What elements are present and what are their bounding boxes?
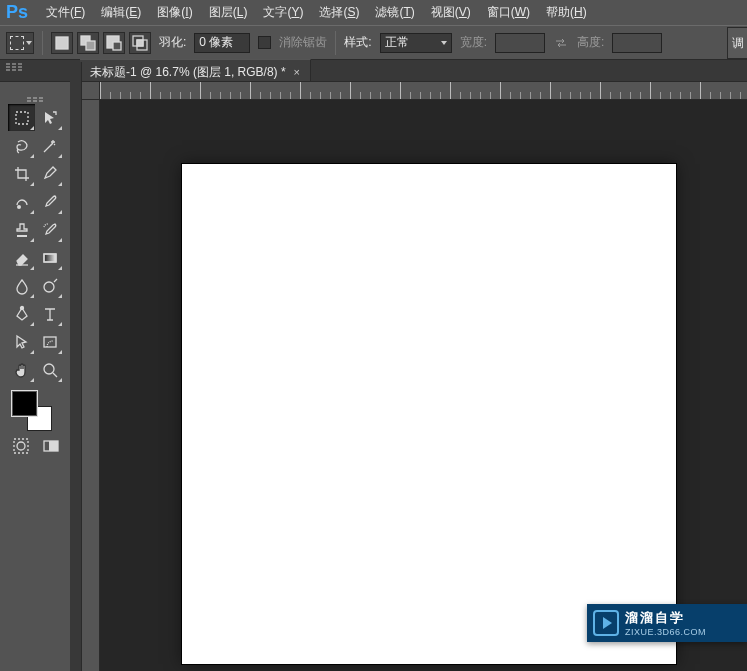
eraser-tool[interactable] — [8, 244, 35, 271]
menu-v[interactable]: 视图(V) — [423, 1, 479, 24]
divider — [42, 31, 43, 55]
divider — [335, 31, 336, 55]
options-bar: 羽化: 消除锯齿 样式: 正常 宽度: 高度: — [0, 26, 747, 60]
lasso-tool[interactable] — [8, 132, 35, 159]
antialias-label: 消除锯齿 — [279, 34, 327, 51]
spot-heal-tool[interactable] — [8, 188, 35, 215]
menu-f[interactable]: 文件(F) — [38, 1, 93, 24]
gradient-tool[interactable] — [36, 244, 63, 271]
width-input — [495, 33, 545, 53]
style-select[interactable]: 正常 — [380, 33, 452, 53]
app-logo: Ps — [2, 1, 32, 25]
ruler-vertical[interactable] — [82, 100, 100, 671]
dodge-tool[interactable] — [36, 272, 63, 299]
magic-wand-tool[interactable] — [36, 132, 63, 159]
menu-bar: Ps 文件(F)编辑(E)图像(I)图层(L)文字(Y)选择(S)滤镜(T)视图… — [0, 0, 747, 26]
ruler-horizontal[interactable] — [100, 82, 747, 100]
tools-column — [0, 82, 70, 671]
shape-tool[interactable] — [36, 328, 63, 355]
close-icon[interactable]: × — [294, 66, 300, 78]
svg-rect-10 — [44, 254, 56, 262]
panel-grip[interactable] — [0, 62, 80, 72]
zoom-tool[interactable] — [36, 356, 63, 383]
svg-point-9 — [17, 205, 21, 209]
watermark-badge: 溜溜自学 ZIXUE.3D66.COM — [587, 604, 747, 642]
svg-rect-0 — [56, 37, 68, 49]
menu-t[interactable]: 滤镜(T) — [367, 1, 422, 24]
path-select-tool[interactable] — [8, 328, 35, 355]
svg-rect-2 — [86, 41, 95, 50]
antialias-checkbox[interactable] — [258, 36, 271, 49]
svg-point-13 — [20, 306, 23, 309]
height-input — [612, 33, 662, 53]
width-label: 宽度: — [460, 34, 487, 51]
tools-panel — [6, 88, 64, 459]
blur-tool[interactable] — [8, 272, 35, 299]
selection-intersect-button[interactable] — [129, 32, 151, 54]
hand-tool[interactable] — [8, 356, 35, 383]
svg-rect-4 — [113, 42, 121, 50]
marquee-tool[interactable] — [8, 104, 35, 131]
selection-mode-group — [51, 32, 151, 54]
adjust-edge-button[interactable]: 调 — [727, 27, 747, 59]
eyedropper-tool[interactable] — [36, 160, 63, 187]
menu-y[interactable]: 文字(Y) — [255, 1, 311, 24]
svg-point-15 — [44, 364, 54, 374]
feather-label: 羽化: — [159, 34, 186, 51]
swap-dims-icon[interactable] — [553, 35, 569, 51]
selection-subtract-button[interactable] — [103, 32, 125, 54]
menu-l[interactable]: 图层(L) — [201, 1, 256, 24]
stamp-tool[interactable] — [8, 216, 35, 243]
foreground-color-swatch[interactable] — [12, 391, 37, 416]
history-brush-tool[interactable] — [36, 216, 63, 243]
svg-rect-7 — [137, 40, 143, 46]
crop-tool[interactable] — [8, 160, 35, 187]
watermark-sub: ZIXUE.3D66.COM — [625, 627, 706, 637]
color-swatches[interactable] — [12, 391, 52, 431]
play-icon — [593, 610, 619, 636]
svg-point-12 — [44, 282, 54, 292]
screen-mode-icon[interactable] — [42, 437, 60, 459]
menu-s[interactable]: 选择(S) — [311, 1, 367, 24]
menu-e[interactable]: 编辑(E) — [93, 1, 149, 24]
style-value: 正常 — [385, 34, 409, 51]
svg-rect-19 — [49, 441, 58, 451]
marquee-icon — [10, 36, 24, 50]
chevron-down-icon — [441, 41, 447, 45]
canvas-area: 溜溜自学 ZIXUE.3D66.COM — [82, 82, 747, 671]
watermark-brand: 溜溜自学 — [625, 609, 706, 627]
document-tab-title: 未标题-1 @ 16.7% (图层 1, RGB/8) * — [90, 64, 286, 81]
type-tool[interactable] — [36, 300, 63, 327]
style-label: 样式: — [344, 34, 371, 51]
pen-tool[interactable] — [8, 300, 35, 327]
panel-grip[interactable] — [6, 94, 64, 102]
svg-point-17 — [17, 442, 25, 450]
svg-rect-16 — [14, 439, 28, 453]
document-tab-bar: 未标题-1 @ 16.7% (图层 1, RGB/8) * × — [0, 60, 747, 82]
menu-w[interactable]: 窗口(W) — [479, 1, 538, 24]
move-tool[interactable] — [36, 104, 63, 131]
document-tab[interactable]: 未标题-1 @ 16.7% (图层 1, RGB/8) * × — [80, 59, 311, 81]
quick-mask-icon[interactable] — [12, 437, 30, 459]
collapsed-panel-strip[interactable] — [70, 62, 82, 671]
chevron-down-icon — [26, 41, 32, 45]
svg-rect-8 — [16, 112, 28, 124]
height-label: 高度: — [577, 34, 604, 51]
brush-tool[interactable] — [36, 188, 63, 215]
feather-input[interactable] — [194, 33, 250, 53]
menu-i[interactable]: 图像(I) — [149, 1, 200, 24]
selection-add-button[interactable] — [77, 32, 99, 54]
menu-h[interactable]: 帮助(H) — [538, 1, 595, 24]
tool-preset-picker[interactable] — [6, 32, 34, 54]
ruler-origin[interactable] — [82, 82, 100, 100]
selection-new-button[interactable] — [51, 32, 73, 54]
